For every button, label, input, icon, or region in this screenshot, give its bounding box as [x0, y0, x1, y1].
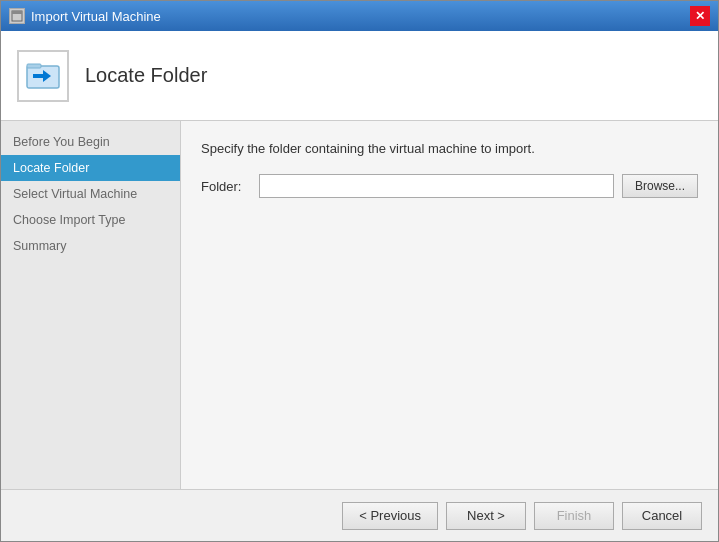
- window-icon: [9, 8, 25, 24]
- folder-input[interactable]: [259, 174, 614, 198]
- cancel-button[interactable]: Cancel: [622, 502, 702, 530]
- window-title: Import Virtual Machine: [31, 9, 161, 24]
- sidebar-item-choose-import-type[interactable]: Choose Import Type: [1, 207, 180, 233]
- header-area: Locate Folder: [1, 31, 718, 121]
- header-icon: [17, 50, 69, 102]
- main-content: Specify the folder containing the virtua…: [181, 121, 718, 489]
- sidebar: Before You Begin Locate Folder Select Vi…: [1, 121, 181, 489]
- sidebar-item-summary[interactable]: Summary: [1, 233, 180, 259]
- svg-rect-3: [27, 64, 41, 68]
- sidebar-item-select-vm[interactable]: Select Virtual Machine: [1, 181, 180, 207]
- close-button[interactable]: ✕: [690, 6, 710, 26]
- next-button[interactable]: Next >: [446, 502, 526, 530]
- sidebar-item-before-you-begin[interactable]: Before You Begin: [1, 129, 180, 155]
- finish-button[interactable]: Finish: [534, 502, 614, 530]
- title-bar: Import Virtual Machine ✕: [1, 1, 718, 31]
- footer: < Previous Next > Finish Cancel: [1, 489, 718, 541]
- browse-button[interactable]: Browse...: [622, 174, 698, 198]
- svg-rect-1: [12, 11, 22, 14]
- sidebar-item-locate-folder[interactable]: Locate Folder: [1, 155, 180, 181]
- previous-button[interactable]: < Previous: [342, 502, 438, 530]
- content-area: Before You Begin Locate Folder Select Vi…: [1, 121, 718, 489]
- header-title: Locate Folder: [85, 64, 207, 87]
- import-vm-window: Import Virtual Machine ✕ Locate Folder B…: [0, 0, 719, 542]
- folder-label: Folder:: [201, 179, 251, 194]
- description-text: Specify the folder containing the virtua…: [201, 141, 698, 156]
- folder-row: Folder: Browse...: [201, 174, 698, 198]
- title-bar-left: Import Virtual Machine: [9, 8, 161, 24]
- svg-rect-5: [33, 74, 43, 78]
